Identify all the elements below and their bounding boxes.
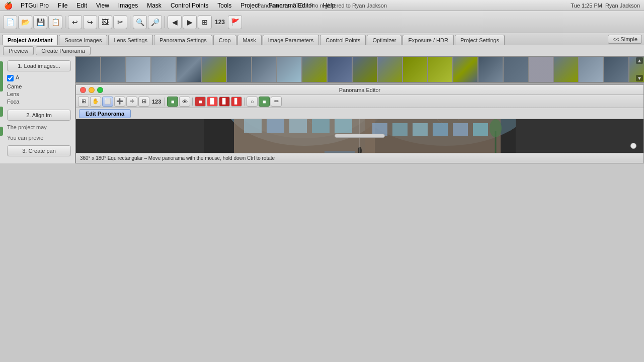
toolbar-save2[interactable]: 📋	[48, 15, 62, 29]
pano-tool-draw[interactable]: ✏	[271, 97, 282, 107]
pano-tool-crop[interactable]: ⬜	[102, 97, 113, 107]
toolbar-flag[interactable]: 🚩	[228, 15, 242, 29]
thumbnail-4[interactable]	[151, 56, 176, 82]
menu-control-points[interactable]: Control Points	[167, 1, 212, 10]
menu-edit[interactable]: Edit	[72, 1, 91, 10]
menu-ptgui[interactable]: PTGui Pro	[17, 1, 53, 10]
window-close-button[interactable]	[80, 87, 86, 93]
load-images-button[interactable]: 1. Load images...	[7, 60, 71, 71]
pano-tool-green[interactable]: ■	[167, 97, 178, 107]
tab-panorama-settings[interactable]: Panorama Settings	[154, 35, 212, 45]
thumbnail-6[interactable]	[201, 56, 226, 82]
thumbnail-17[interactable]	[478, 56, 503, 82]
tab-image-parameters[interactable]: Image Parameters	[263, 35, 319, 45]
tab-project-assistant[interactable]: Project Assistant	[2, 35, 58, 45]
toolbar-redo[interactable]: ↪	[83, 15, 97, 29]
svg-rect-21	[325, 151, 355, 152]
pano-tool-cross[interactable]: ✛	[126, 97, 137, 107]
create-panorama-button[interactable]: 3. Create pan	[7, 145, 71, 156]
thumbnail-22[interactable]	[604, 56, 629, 82]
toolbar-nav-right[interactable]: ▶	[183, 15, 197, 29]
scroll-indicator-dot[interactable]	[630, 143, 636, 149]
thumbnail-11[interactable]	[327, 56, 352, 82]
pano-tool-red4[interactable]: ▋	[231, 97, 242, 107]
pano-tool-grid[interactable]: ⊞	[138, 97, 149, 107]
thumbnail-13[interactable]	[377, 56, 403, 82]
thumbnail-2[interactable]	[101, 56, 126, 82]
thumbnail-15[interactable]	[428, 56, 453, 82]
strip-scroll-up[interactable]: ▲	[636, 57, 643, 64]
pano-tool-select[interactable]: ⊞	[78, 97, 89, 107]
window-maximize-button[interactable]	[97, 87, 103, 93]
toolbar-nav-left[interactable]: ◀	[168, 15, 182, 29]
thumbnail-12[interactable]	[352, 56, 377, 82]
thumbnail-16[interactable]	[453, 56, 478, 82]
toolbar-new[interactable]: 📄	[3, 15, 17, 29]
pano-tool-eye[interactable]: 👁	[179, 97, 190, 107]
simple-button[interactable]: << Simple	[608, 35, 642, 44]
tab-control-points[interactable]: Control Points	[320, 35, 366, 45]
auto-checkbox[interactable]	[7, 75, 14, 81]
menu-mask[interactable]: Mask	[143, 1, 166, 10]
tab-optimizer[interactable]: Optimizer	[367, 35, 401, 45]
svg-point-39	[490, 119, 502, 137]
pano-tool-sep1	[165, 98, 165, 106]
edit-panorama-tab[interactable]: Edit Panorama	[79, 109, 131, 118]
pano-tool-red2[interactable]: ▉	[207, 97, 218, 107]
svg-rect-20	[335, 119, 352, 133]
tab-source-images[interactable]: Source Images	[59, 35, 107, 45]
horizontal-scrollbar[interactable]	[335, 134, 385, 138]
tab-crop[interactable]: Crop	[213, 35, 236, 45]
menu-bar-user: Ryan Jackson	[605, 3, 640, 9]
thumbnail-8[interactable]	[252, 56, 277, 82]
thumbnail-18[interactable]	[503, 56, 528, 82]
toolbar-remove[interactable]: ✂	[113, 15, 127, 29]
thumbnail-1[interactable]	[75, 56, 101, 82]
svg-rect-30	[473, 123, 488, 136]
left-sidebar: 1. Load images... A Came Lens Foca 2. Al…	[0, 56, 75, 163]
thumbnail-3[interactable]	[126, 56, 151, 82]
menu-file[interactable]: File	[54, 1, 71, 10]
toolbar-grid[interactable]: ⊞	[198, 15, 212, 29]
toolbar-save[interactable]: 💾	[33, 15, 47, 29]
thumbnail-19[interactable]	[528, 56, 553, 82]
sub-tab-create-panorama[interactable]: Create Panorama	[36, 46, 91, 55]
pano-tool-sep2	[192, 98, 193, 106]
toolbar-open[interactable]: 📂	[18, 15, 32, 29]
toolbar-search[interactable]: 🔍	[133, 15, 147, 29]
apple-menu[interactable]: 🍎	[4, 2, 13, 10]
project-may-text: The project may	[7, 124, 71, 131]
pano-tool-circle[interactable]: ○	[247, 97, 258, 107]
thumbnail-21[interactable]	[579, 56, 604, 82]
tab-exposure-hdr[interactable]: Exposure / HDR	[403, 35, 453, 45]
tab-project-settings[interactable]: Project Settings	[455, 35, 505, 45]
toolbar-sep1	[65, 16, 65, 28]
pano-tool-red1[interactable]: ■	[195, 97, 206, 107]
thumbnail-10[interactable]	[302, 56, 327, 82]
thumbnail-20[interactable]	[553, 56, 579, 82]
pano-tool-green2[interactable]: ■	[259, 97, 270, 107]
pano-tool-red3[interactable]: ▊	[219, 97, 230, 107]
menu-tools[interactable]: Tools	[213, 1, 235, 10]
pano-tool-pan[interactable]: ✋	[90, 97, 101, 107]
toolbar-undo[interactable]: ↩	[68, 15, 82, 29]
menu-view[interactable]: View	[92, 1, 113, 10]
align-images-button[interactable]: 2. Align im	[7, 110, 71, 121]
thumbnail-7[interactable]	[226, 56, 252, 82]
sub-tab-preview[interactable]: Preview	[3, 46, 34, 55]
tab-lens-settings[interactable]: Lens Settings	[108, 35, 153, 45]
toolbar-add-images[interactable]: 🖼	[98, 15, 112, 29]
pano-tool-add[interactable]: ➕	[114, 97, 125, 107]
thumbnail-14[interactable]	[403, 56, 428, 82]
strip-scroll-down[interactable]: ▼	[636, 75, 643, 81]
toolbar-zoom[interactable]: 🔎	[148, 15, 162, 29]
window-minimize-button[interactable]	[89, 87, 95, 93]
tab-mask[interactable]: Mask	[237, 35, 262, 45]
lens-label: Lens	[7, 91, 71, 97]
thumbnail-9[interactable]	[277, 56, 302, 82]
pano-image-container[interactable]	[76, 119, 643, 153]
svg-rect-27	[413, 123, 428, 136]
main-toolbar: 📄 📂 💾 📋 ↩ ↪ 🖼 ✂ 🔍 🔎 ◀ ▶ ⊞ 123 🚩	[0, 11, 644, 33]
menu-images[interactable]: Images	[114, 1, 142, 10]
thumbnail-5[interactable]	[176, 56, 201, 82]
